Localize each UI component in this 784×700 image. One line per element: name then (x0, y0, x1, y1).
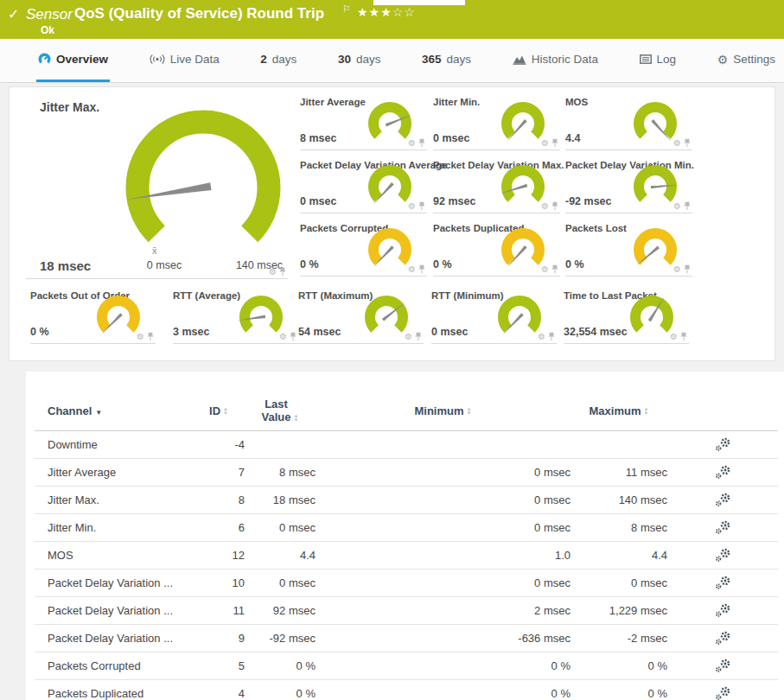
gauge-value: 92 msec (433, 195, 475, 207)
sort-icon[interactable]: ▲▼ (294, 414, 299, 423)
tab-30-days[interactable]: 30days (336, 39, 383, 82)
sort-icon[interactable]: ▲▼ (223, 407, 228, 416)
sort-icon[interactable]: ▲▼ (644, 407, 649, 416)
channel-settings-icon[interactable] (715, 603, 731, 618)
gauge-value: 0 msec (431, 326, 468, 338)
gauge-gear-icon[interactable]: ⚙ (541, 202, 549, 211)
tab-365-days[interactable]: 365days (420, 39, 473, 82)
channels-table: Channel▼ID▲▼LastValue▲▼Minimum▲▼Maximum▲… (35, 391, 778, 700)
channel-settings-icon[interactable] (715, 520, 731, 535)
star-icon-empty[interactable]: ☆ (404, 5, 416, 19)
tab-live-data[interactable]: Live Data (148, 39, 221, 82)
gauge-value: 54 msec (298, 326, 341, 338)
maximum-cell: 4.4 (570, 549, 667, 562)
pin-icon[interactable] (548, 332, 555, 341)
gauge-gear-icon[interactable]: ⚙ (673, 202, 681, 211)
pin-icon[interactable] (684, 264, 691, 274)
maximum-cell: 0 % (570, 687, 667, 700)
pin-icon[interactable] (551, 201, 558, 211)
gauge-cell-time-to-last-packet: Time to Last Packet32,554 msec⚙ (564, 281, 689, 344)
id-cell: 7 (193, 466, 245, 479)
id-cell: 5 (193, 659, 245, 672)
gauge-cell-rtt-maximum: RTT (Maximum)54 msec⚙ (298, 281, 424, 344)
column-header-minimum-label: Minimum (414, 404, 463, 417)
gauge-value: 18 msec (40, 258, 91, 273)
star-icon-filled[interactable]: ★ (357, 5, 369, 19)
gauge-gear-icon[interactable]: ⚙ (673, 139, 681, 148)
tab-bar: OverviewLive Data2days30days365daysHisto… (0, 39, 784, 83)
minimum-cell: 0 msec (316, 521, 570, 534)
gauge-cell-packet-delay-variation-average: Packet Delay Variation Average0 msec⚙ (300, 150, 427, 213)
channel-settings-icon[interactable] (715, 659, 731, 673)
table-row: Jitter Average78 msec0 msec11 msec (35, 459, 778, 487)
id-cell: 6 (193, 521, 245, 534)
gauge-value: 0 % (30, 326, 49, 338)
tab-log[interactable]: Log (638, 39, 679, 82)
gauge-title: Jitter Average (300, 97, 366, 107)
gauge-gear-icon[interactable]: ⚙ (670, 333, 678, 341)
pin-icon[interactable] (290, 332, 296, 341)
gauge-value: 4.4 (565, 132, 580, 144)
gauge-gear-icon[interactable]: ⚙ (405, 333, 412, 341)
tab-2-days[interactable]: 2days (258, 39, 298, 82)
pin-icon[interactable] (418, 264, 425, 274)
channel-settings-icon[interactable] (715, 493, 731, 507)
gauge-gear-icon[interactable]: ⚙ (541, 139, 549, 148)
channel-settings-icon[interactable] (715, 686, 731, 700)
pin-icon[interactable] (684, 201, 691, 211)
channel-settings-icon[interactable] (715, 576, 731, 590)
prtg-sensor-page: { "colors": { "header_green": "#b2c018",… (0, 0, 784, 700)
gauge-gear-icon[interactable]: ⚙ (673, 265, 681, 274)
channel-cell: Packet Delay Variation ... (35, 632, 193, 645)
channel-settings-icon[interactable] (715, 631, 731, 646)
pin-icon[interactable] (684, 138, 691, 148)
column-header-id[interactable]: ID▲▼ (193, 404, 245, 417)
gauge-gear-icon[interactable]: ⚙ (541, 265, 549, 274)
pin-icon[interactable] (415, 332, 422, 341)
gauge-gear-icon[interactable]: ⚙ (408, 202, 416, 211)
maximum-cell: -2 msec (570, 632, 667, 645)
star-icon-filled[interactable]: ★ (380, 5, 392, 19)
last-value-cell: 92 msec (245, 604, 316, 617)
gauge-gear-icon[interactable]: ⚙ (538, 333, 545, 341)
table-row: MOS124.41.04.4 (35, 542, 778, 570)
sort-icon[interactable]: ▲▼ (467, 407, 472, 416)
row-actions (667, 548, 778, 563)
channel-settings-icon[interactable] (715, 437, 731, 452)
channel-settings-icon[interactable] (715, 465, 731, 480)
pin-icon[interactable] (551, 264, 558, 274)
star-icon-filled[interactable]: ★ (369, 5, 381, 19)
channel-settings-icon[interactable] (715, 548, 731, 563)
gauge-cell-actions: ⚙ (408, 138, 425, 148)
column-header-minimum[interactable]: Minimum▲▼ (316, 404, 570, 417)
column-header-channel[interactable]: Channel▼ (35, 404, 193, 417)
gauge-gear-icon[interactable]: ⚙ (269, 268, 277, 277)
tab-historic-data[interactable]: Historic Data (511, 39, 600, 82)
last-value-cell: 18 msec (245, 493, 316, 506)
pin-icon[interactable] (279, 267, 286, 277)
tab-overview[interactable]: Overview (36, 39, 110, 82)
gauge-value: 8 msec (300, 132, 336, 144)
column-header-last-value[interactable]: LastValue▲▼ (245, 398, 316, 423)
gauge-cell-actions: ⚙ (279, 332, 296, 341)
tab-settings[interactable]: ⚙Settings (716, 39, 777, 82)
pin-icon[interactable] (551, 138, 558, 148)
priority-rating[interactable]: ★★★☆☆ (357, 5, 416, 19)
average-marker: x̄ (152, 245, 157, 256)
gauge-gear-icon[interactable]: ⚙ (408, 139, 416, 148)
gauge-gear-icon[interactable]: ⚙ (408, 265, 416, 274)
pin-icon[interactable] (680, 332, 687, 341)
gauge-gear-icon[interactable]: ⚙ (279, 333, 287, 341)
column-header-maximum[interactable]: Maximum▲▼ (570, 404, 667, 417)
pin-icon[interactable] (418, 138, 425, 148)
status-check-icon: ✓ (8, 6, 19, 22)
maximum-cell: 1,229 msec (570, 604, 667, 617)
star-icon-empty[interactable]: ☆ (392, 5, 405, 19)
gauge-cell-actions: ⚙ (673, 264, 691, 274)
gauge-gear-icon[interactable]: ⚙ (137, 333, 144, 341)
flag-icon[interactable]: ⚐ (342, 3, 351, 15)
gauge-scale-min: 0 msec (128, 259, 201, 271)
pin-icon[interactable] (147, 332, 154, 341)
pin-icon[interactable] (418, 201, 425, 211)
column-header-last-value-label: LastValue (262, 398, 291, 423)
